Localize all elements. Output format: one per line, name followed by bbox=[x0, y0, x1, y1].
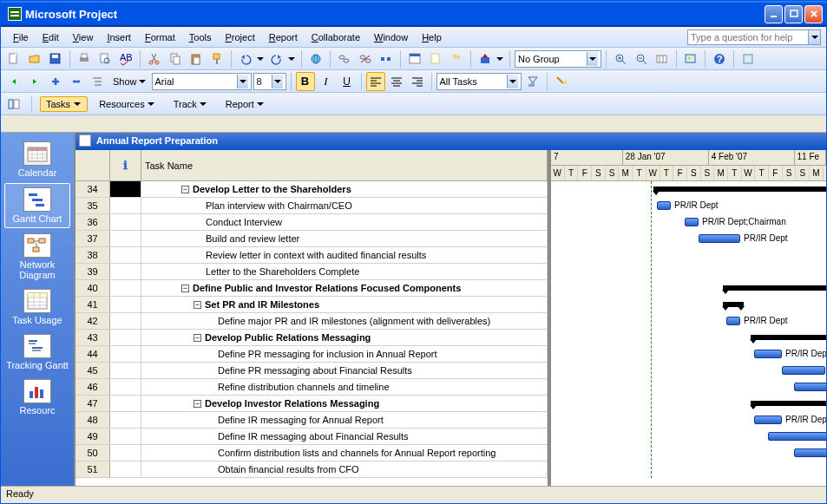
view-calendar[interactable]: Calendar bbox=[4, 138, 70, 181]
row-number[interactable]: 45 bbox=[75, 363, 110, 378]
task-bar[interactable] bbox=[657, 201, 671, 210]
font-size-combo[interactable]: 8 bbox=[253, 73, 286, 90]
menu-help[interactable]: Help bbox=[415, 30, 449, 44]
undo-dropdown[interactable] bbox=[257, 57, 266, 61]
print-preview-button[interactable] bbox=[95, 49, 115, 69]
task-name-cell[interactable]: Review letter in context with audited fi… bbox=[141, 247, 548, 263]
autofilter-button[interactable] bbox=[523, 72, 542, 91]
table-row[interactable]: 43−Develop Public Relations Messaging bbox=[75, 330, 548, 346]
task-bar[interactable] bbox=[782, 366, 825, 375]
gantt-wizard-button[interactable] bbox=[552, 72, 571, 91]
task-name-cell[interactable]: Confirm distribution lists and channels … bbox=[141, 445, 548, 461]
tab-resources[interactable]: Resources bbox=[93, 96, 162, 112]
help-search-input[interactable] bbox=[687, 29, 809, 45]
guide-pane-toggle[interactable] bbox=[4, 95, 23, 114]
task-bar[interactable] bbox=[726, 317, 740, 325]
row-number[interactable]: 36 bbox=[75, 214, 110, 230]
row-number[interactable]: 46 bbox=[75, 379, 110, 395]
task-name-cell[interactable]: Build and review letter bbox=[141, 231, 548, 246]
link-tasks-button[interactable] bbox=[335, 49, 354, 69]
office-online-button[interactable] bbox=[738, 49, 758, 69]
indent-button[interactable] bbox=[25, 72, 44, 91]
task-name-cell[interactable]: Refine distribution channels and timelin… bbox=[141, 379, 548, 395]
task-name-cell[interactable]: Define PR messaging for inclusion in Ann… bbox=[141, 346, 548, 362]
table-row[interactable]: 40−Define Public and Investor Relations … bbox=[75, 280, 548, 297]
summary-bar[interactable] bbox=[751, 335, 826, 340]
zoom-out-button[interactable] bbox=[632, 49, 651, 69]
menu-window[interactable]: Window bbox=[367, 30, 415, 44]
menu-view[interactable]: View bbox=[66, 30, 101, 44]
table-row[interactable]: 44Define PR messaging for inclusion in A… bbox=[75, 346, 548, 363]
summary-bar[interactable] bbox=[751, 401, 826, 406]
new-button[interactable] bbox=[4, 49, 23, 69]
table-row[interactable]: 37Build and review letter bbox=[75, 231, 548, 247]
publish-dropdown[interactable] bbox=[496, 57, 505, 61]
row-number[interactable]: 38 bbox=[75, 247, 110, 263]
menu-insert[interactable]: Insert bbox=[100, 30, 138, 44]
row-number[interactable]: 50 bbox=[75, 445, 110, 461]
task-bar[interactable] bbox=[699, 234, 740, 243]
redo-dropdown[interactable] bbox=[288, 57, 297, 61]
task-bar[interactable] bbox=[794, 448, 826, 457]
tab-report[interactable]: Report bbox=[220, 96, 272, 112]
tab-track[interactable]: Track bbox=[167, 96, 214, 112]
hyperlink-button[interactable] bbox=[306, 49, 325, 69]
table-row[interactable]: 39Letter to the Shareholders Complete bbox=[75, 264, 548, 280]
maximize-button[interactable] bbox=[784, 5, 803, 23]
outdent-button[interactable] bbox=[4, 72, 23, 91]
goto-task-button[interactable] bbox=[653, 49, 672, 69]
task-name-cell[interactable]: −Set PR and IR Milestones bbox=[141, 297, 548, 312]
redo-button[interactable] bbox=[267, 49, 286, 69]
task-bar[interactable] bbox=[794, 383, 826, 391]
gantt-chart[interactable]: 728 Jan '074 Feb '0711 Fe WTFSSMTWTFSSMT… bbox=[551, 150, 826, 486]
table-row[interactable]: 34−Develop Letter to the Shareholders bbox=[75, 181, 548, 198]
table-row[interactable]: 49Define IR messaging about Financial Re… bbox=[75, 429, 548, 445]
publish-button[interactable] bbox=[476, 49, 495, 69]
table-row[interactable]: 35Plan interview with Chairman/CEO bbox=[75, 198, 548, 214]
row-number[interactable]: 34 bbox=[75, 181, 110, 197]
table-row[interactable]: 41−Set PR and IR Milestones bbox=[75, 297, 548, 313]
view-network-diagram[interactable]: Network Diagram bbox=[4, 230, 70, 284]
table-row[interactable]: 46Refine distribution channels and timel… bbox=[75, 379, 548, 396]
task-name-cell[interactable]: −Develop Letter to the Shareholders bbox=[141, 181, 548, 197]
font-name-combo[interactable]: Arial bbox=[152, 73, 252, 90]
task-notes-button[interactable] bbox=[426, 49, 445, 69]
summary-bar[interactable] bbox=[723, 302, 744, 307]
menu-format[interactable]: Format bbox=[138, 30, 182, 44]
task-name-cell[interactable]: Obtain financial results from CFO bbox=[141, 461, 548, 477]
task-name-cell[interactable]: Plan interview with Chairman/CEO bbox=[141, 198, 548, 213]
outline-toggle[interactable]: − bbox=[194, 334, 201, 342]
menu-tools[interactable]: Tools bbox=[182, 30, 219, 44]
table-row[interactable]: 50Confirm distribution lists and channel… bbox=[75, 445, 548, 461]
italic-button[interactable]: I bbox=[317, 72, 336, 91]
zoom-in-button[interactable] bbox=[611, 49, 630, 69]
row-number[interactable]: 49 bbox=[75, 429, 110, 444]
format-painter-button[interactable] bbox=[207, 49, 226, 69]
open-button[interactable] bbox=[25, 49, 44, 69]
help-search-dropdown[interactable] bbox=[809, 29, 821, 45]
table-row[interactable]: 47−Develop Investor Relations Messaging bbox=[75, 396, 548, 412]
print-button[interactable] bbox=[75, 49, 94, 69]
menu-project[interactable]: Project bbox=[218, 30, 261, 44]
minimize-button[interactable] bbox=[765, 5, 783, 23]
summary-bar[interactable] bbox=[723, 285, 826, 291]
task-bar[interactable] bbox=[754, 416, 782, 424]
show-subtasks-button[interactable] bbox=[46, 72, 65, 91]
table-row[interactable]: 51Obtain financial results from CFO bbox=[75, 461, 548, 478]
show-menu-button[interactable]: Show bbox=[108, 75, 150, 88]
menu-collaborate[interactable]: Collaborate bbox=[305, 30, 367, 44]
table-row[interactable]: 48Define IR messaging for Annual Report bbox=[75, 412, 548, 429]
task-bar[interactable] bbox=[685, 218, 699, 226]
split-task-button[interactable] bbox=[377, 49, 396, 69]
table-row[interactable]: 45Define PR messaging about Financial Re… bbox=[75, 363, 548, 379]
group-combo[interactable]: No Group bbox=[515, 50, 601, 68]
column-header-rownum[interactable] bbox=[75, 150, 110, 180]
undo-button[interactable] bbox=[236, 49, 255, 69]
task-name-cell[interactable]: Letter to the Shareholders Complete bbox=[141, 264, 548, 279]
align-left-button[interactable] bbox=[366, 72, 385, 91]
hide-assignments-button[interactable] bbox=[88, 72, 107, 91]
assign-resources-button[interactable] bbox=[447, 49, 466, 69]
row-number[interactable]: 41 bbox=[75, 297, 110, 312]
row-number[interactable]: 35 bbox=[75, 198, 110, 213]
task-name-cell[interactable]: Conduct Interview bbox=[141, 214, 548, 230]
